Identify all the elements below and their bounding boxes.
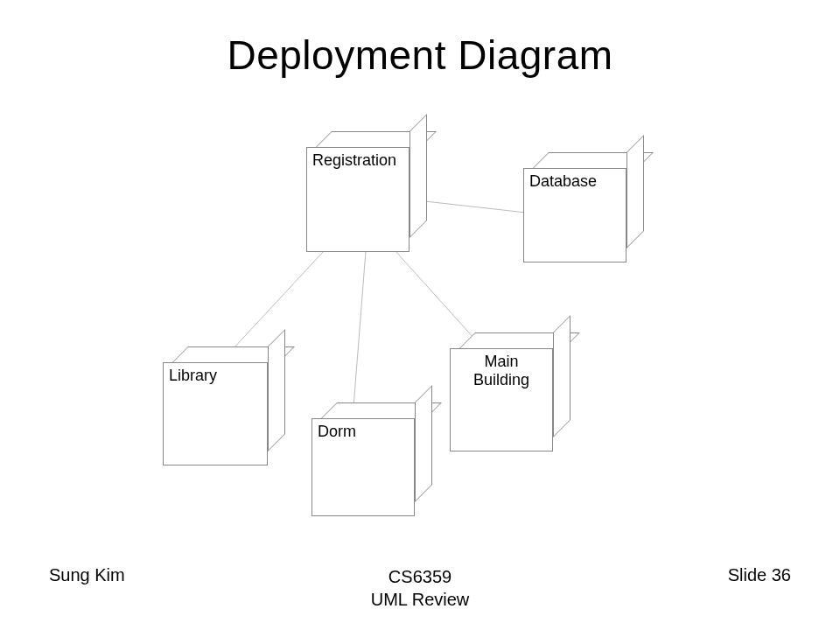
footer-course: CS6359UML Review	[0, 565, 840, 611]
node-registration-label: Registration	[312, 151, 396, 169]
node-library-label: Library	[169, 367, 217, 384]
diagram-area: Registration Database Library Dorm	[0, 0, 840, 630]
node-main-building-label: MainBuilding	[473, 353, 529, 388]
slide: Deployment Diagram Registration Database	[0, 0, 840, 630]
footer-slide-number: Slide 36	[728, 565, 791, 585]
slide-footer: Sung Kim CS6359UML Review Slide 36	[0, 565, 840, 609]
node-database-label: Database	[529, 172, 597, 190]
node-dorm-label: Dorm	[318, 423, 356, 440]
